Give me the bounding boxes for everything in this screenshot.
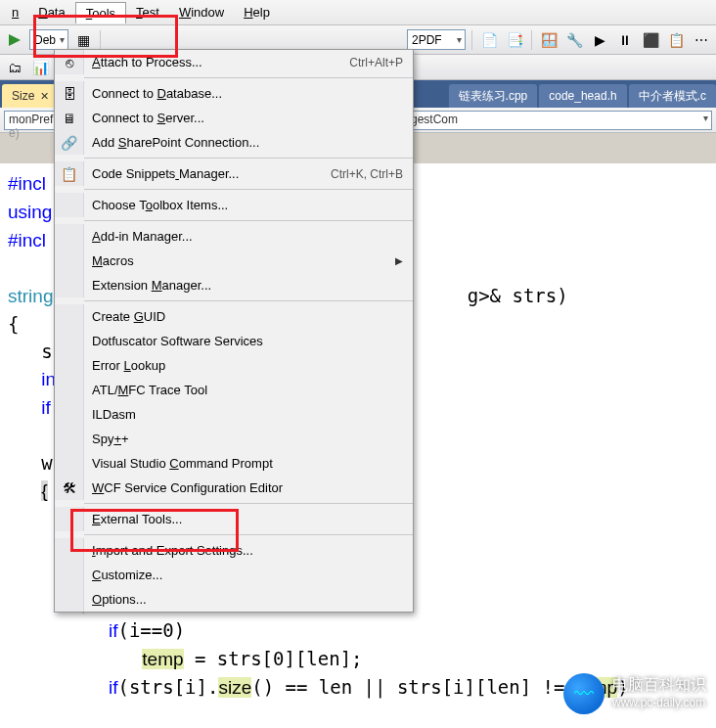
close-icon[interactable]: ✕ (40, 90, 49, 103)
menu-item-label: Create GUID (84, 309, 403, 324)
blank-icon (55, 451, 84, 476)
member-combo[interactable]: longestCom (375, 111, 712, 130)
shortcut-label: Ctrl+K, Ctrl+B (331, 167, 403, 181)
menu-item-connect-to-server[interactable]: 🖥Connect to Server... (55, 106, 413, 130)
blank-icon (55, 587, 84, 612)
logo-icon: 〰 (563, 673, 604, 714)
menu-item-create-guid[interactable]: Create GUID (55, 304, 413, 329)
menu-item-options[interactable]: Options... (55, 587, 413, 612)
attach-icon: ⎋ (55, 50, 84, 74)
menu-item-error-lookup[interactable]: Error Lookup (55, 353, 413, 378)
blank-icon (55, 329, 84, 353)
menu-item-label: Customize... (84, 568, 403, 582)
export-combo[interactable]: 2PDF (407, 29, 466, 50)
sp-icon: 🔗 (55, 130, 84, 155)
blank-icon (55, 378, 84, 402)
menu-item-extension-manager[interactable]: Extension Manager... (55, 273, 413, 297)
menu-item-add-sharepoint-connection[interactable]: 🔗Add SharePoint Connection... (55, 130, 413, 155)
toolbar-icon[interactable]: ▶ (589, 29, 610, 51)
menu-item-label: Import and Export Settings... (84, 543, 403, 558)
menu-separator (84, 77, 413, 78)
menu-item-ildasm[interactable]: ILDasm (55, 402, 413, 427)
menu-item-spy[interactable]: Spy++ (55, 427, 413, 451)
menu-n[interactable]: n (2, 2, 28, 23)
blank-icon (55, 224, 84, 249)
menu-window[interactable]: Window (169, 2, 234, 23)
menu-item-customize[interactable]: Customize... (55, 563, 413, 587)
menu-separator (84, 534, 413, 535)
menu-item-label: ATL/MFC Trace Tool (84, 383, 403, 397)
srv-icon: 🖥 (55, 106, 84, 130)
menu-item-add-in-manager[interactable]: Add-in Manager... (55, 224, 413, 249)
menu-item-macros[interactable]: Macros▶ (55, 249, 413, 273)
file-tab[interactable]: 中介者模式.c (629, 84, 716, 108)
separator (471, 30, 472, 50)
menu-item-label: Extension Manager... (84, 278, 403, 293)
menu-item-label: Connect to Server... (84, 111, 403, 125)
toolbar-icon[interactable]: 📋 (665, 29, 687, 51)
config-combo[interactable]: Deb (29, 29, 68, 50)
menu-item-external-tools[interactable]: External Tools... (55, 507, 413, 531)
run-icon[interactable] (4, 29, 25, 51)
menu-item-code-snippets-manager[interactable]: 📋Code Snippets Manager...Ctrl+K, Ctrl+B (55, 161, 413, 186)
toolbar-icon[interactable]: 🪟 (538, 29, 559, 51)
menu-separator (84, 300, 413, 301)
svg-marker-0 (9, 34, 21, 46)
menu-item-label: Macros (84, 253, 391, 268)
menu-item-choose-toolbox-items[interactable]: Choose Toolbox Items... (55, 193, 413, 217)
blank-icon (55, 427, 84, 451)
tools-menu-dropdown: ⎋Attach to Process...Ctrl+Alt+P🗄Connect … (54, 49, 414, 613)
toolbar-icon[interactable]: ⋯ (691, 29, 712, 51)
menu-item-atl-mfc-trace-tool[interactable]: ATL/MFC Trace Tool (55, 378, 413, 402)
menu-test[interactable]: Test (126, 2, 169, 23)
menu-help[interactable]: Help (234, 2, 280, 23)
menu-item-label: Add-in Manager... (84, 229, 403, 244)
wcf-icon: 🛠 (55, 476, 84, 500)
menu-item-label: External Tools... (84, 512, 403, 526)
menu-bar: nDataToolsTestWindowHelp (0, 0, 716, 25)
toolbar-icon[interactable]: ⏸ (614, 29, 636, 51)
menu-item-label: Dotfuscator Software Services (84, 334, 403, 348)
menu-item-label: Choose Toolbox Items... (84, 198, 403, 212)
menu-separator (84, 189, 413, 190)
menu-item-import-and-export-settings[interactable]: Import and Export Settings... (55, 538, 413, 563)
menu-item-label: Add SharePoint Connection... (84, 135, 403, 150)
file-tab[interactable]: 链表练习.cpp (449, 84, 538, 108)
file-tab[interactable]: code_head.h (539, 84, 626, 108)
snip-icon: 📋 (55, 161, 84, 186)
menu-item-label: Connect to Database... (84, 86, 403, 101)
toolbar-icon[interactable]: 📊 (29, 57, 51, 78)
db-icon: 🗄 (55, 81, 84, 106)
menu-item-label: ILDasm (84, 407, 403, 422)
blank-icon (55, 193, 84, 217)
menu-item-connect-to-database[interactable]: 🗄Connect to Database... (55, 81, 413, 106)
menu-tools[interactable]: Tools (75, 2, 126, 23)
menu-item-visual-studio-command-prompt[interactable]: Visual Studio Command Prompt (55, 451, 413, 476)
blank-icon (55, 538, 84, 563)
submenu-arrow-icon: ▶ (395, 255, 403, 266)
menu-item-label: Code Snippets Manager... (84, 166, 331, 181)
menu-data[interactable]: Data (28, 2, 74, 23)
blank-icon (55, 304, 84, 329)
toolbar-icon[interactable]: 🔧 (563, 29, 585, 51)
separator (531, 30, 532, 50)
toolbar-icon[interactable]: 🗂 (4, 57, 25, 78)
menu-separator (84, 220, 413, 221)
toolbar-icon[interactable]: ⬛ (640, 29, 661, 51)
toolbar-icon[interactable]: ▦ (72, 29, 94, 51)
toolbar-icon[interactable]: 📑 (504, 29, 525, 51)
blank-icon (55, 273, 84, 297)
blank-icon (55, 507, 84, 531)
menu-item-wcf-service-configuration-editor[interactable]: 🛠WCF Service Configuration Editor (55, 476, 413, 500)
menu-item-label: Options... (84, 592, 403, 607)
menu-separator (84, 158, 413, 159)
menu-item-label: Error Lookup (84, 358, 403, 373)
toolbar-icon[interactable]: 📄 (478, 29, 500, 51)
menu-item-label: Spy++ (84, 432, 403, 446)
menu-item-attach-to-process[interactable]: ⎋Attach to Process...Ctrl+Alt+P (55, 50, 413, 74)
menu-item-label: Attach to Process... (84, 55, 349, 69)
file-tab[interactable]: Size✕ (2, 84, 59, 108)
blank-icon (55, 402, 84, 427)
menu-item-dotfuscator-software-services[interactable]: Dotfuscator Software Services (55, 329, 413, 353)
blank-icon (55, 353, 84, 378)
